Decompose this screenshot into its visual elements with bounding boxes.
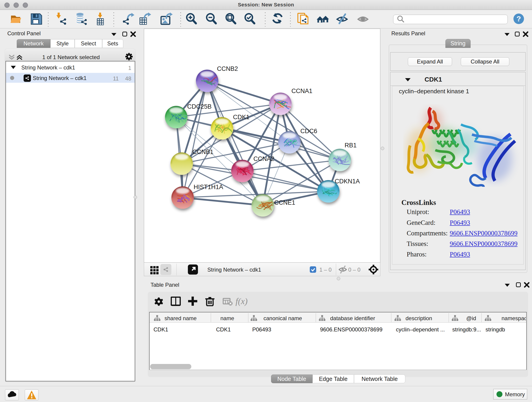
svg-text:?: ?	[516, 15, 521, 23]
